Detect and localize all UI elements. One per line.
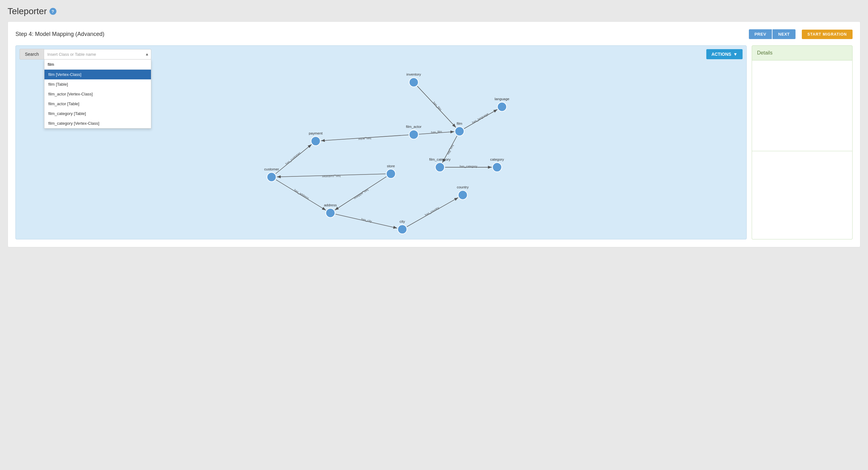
svg-text:inventory: inventory [407, 72, 422, 76]
help-icon[interactable]: ? [50, 8, 56, 15]
svg-text:has_city: has_city [361, 217, 372, 223]
svg-text:customer: customer [264, 167, 279, 171]
svg-text:has_actor: has_actor [359, 137, 372, 141]
svg-text:has_category: has_category [460, 165, 477, 168]
details-panel: Details [752, 45, 852, 239]
svg-point-33 [435, 163, 444, 172]
svg-text:has_film: has_film [431, 130, 442, 134]
dropdown-search-input[interactable] [44, 60, 151, 70]
content-area: Search Insert Class or Table name ▲ film… [16, 45, 852, 239]
svg-text:has_address: has_address [353, 189, 369, 200]
search-dropdown: film [Vertex-Class] film [Table] film_ac… [44, 60, 151, 129]
svg-text:has_address: has_address [293, 189, 310, 200]
dropdown-item-film-vertex[interactable]: film [Vertex-Class] [44, 70, 151, 79]
svg-point-25 [409, 78, 418, 87]
actions-label: ACTIONS [711, 52, 731, 57]
svg-text:has_customer: has_customer [322, 174, 341, 178]
svg-text:has_film: has_film [446, 144, 455, 155]
svg-point-41 [386, 169, 396, 178]
step-title: Step 4: Model Mapping (Advanced) [16, 31, 104, 37]
step-header: Step 4: Model Mapping (Advanced) PREV NE… [16, 29, 852, 39]
svg-point-31 [409, 130, 418, 139]
main-card: Step 4: Model Mapping (Advanced) PREV NE… [7, 22, 861, 247]
prev-button[interactable]: PREV [749, 29, 772, 39]
svg-text:has_language: has_language [471, 112, 489, 124]
start-migration-button[interactable]: START MIGRATION [802, 30, 852, 39]
svg-point-27 [497, 102, 506, 111]
page-title-area: Teleporter ? [7, 6, 861, 16]
svg-text:film_category: film_category [429, 158, 451, 161]
dropdown-item-film-actor-table[interactable]: film_actor [Table] [44, 99, 151, 109]
svg-text:film_actor: film_actor [406, 125, 422, 129]
svg-text:city: city [400, 220, 405, 223]
step-nav: PREV NEXT [749, 29, 796, 39]
svg-text:has_customer: has_customer [285, 151, 301, 165]
svg-text:film: film [457, 122, 462, 125]
svg-point-29 [455, 127, 464, 136]
page-title: Teleporter [7, 6, 47, 16]
svg-text:payment: payment [309, 131, 323, 135]
svg-text:language: language [495, 97, 509, 101]
svg-point-37 [458, 190, 467, 199]
search-select[interactable]: Insert Class or Table name [44, 49, 151, 60]
next-button[interactable]: NEXT [773, 29, 796, 39]
details-header: Details [752, 45, 852, 61]
svg-point-45 [326, 208, 335, 218]
search-button[interactable]: Search [20, 49, 44, 60]
svg-point-47 [398, 225, 407, 234]
svg-text:category: category [490, 158, 504, 161]
dropdown-item-film-table[interactable]: film [Table] [44, 79, 151, 89]
graph-panel: Search Insert Class or Table name ▲ film… [16, 45, 747, 239]
actions-arrow-icon: ▼ [733, 52, 738, 57]
svg-text:has_country: has_country [424, 206, 440, 217]
svg-point-39 [311, 136, 320, 145]
svg-point-35 [493, 163, 502, 172]
dropdown-item-film-category-vertex[interactable]: film_category [Vertex-Class] [44, 119, 151, 128]
svg-text:country: country [457, 185, 469, 189]
svg-point-43 [267, 172, 276, 181]
svg-text:has_film: has_film [432, 101, 442, 111]
search-select-wrapper: Insert Class or Table name ▲ film [Verte… [44, 49, 151, 60]
details-body-top [752, 61, 852, 151]
details-body-bottom [752, 151, 852, 239]
dropdown-item-film-actor-vertex[interactable]: film_actor [Vertex-Class] [44, 89, 151, 99]
actions-button[interactable]: ACTIONS ▼ [706, 49, 743, 59]
svg-text:store: store [387, 164, 395, 168]
graph-toolbar: Search Insert Class or Table name ▲ film… [16, 46, 746, 63]
svg-text:address: address [324, 203, 337, 207]
dropdown-item-film-category-table[interactable]: film_category [Table] [44, 109, 151, 119]
